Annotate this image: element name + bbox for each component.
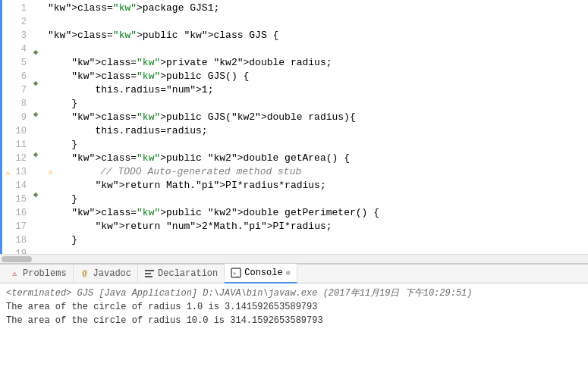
console-icon: >_ (231, 268, 241, 278)
code-container[interactable]: 1234567891011121314151617181920212223242… (0, 0, 588, 254)
svg-rect-2 (145, 276, 153, 277)
tab-console-label: Console (244, 268, 282, 278)
svg-text:>_: >_ (233, 271, 240, 277)
code-editor: 1234567891011121314151617181920212223242… (0, 0, 588, 264)
tab-javadoc-label: Javadoc (93, 268, 131, 279)
problems-icon: ⚠ (9, 268, 20, 279)
svg-rect-0 (145, 270, 154, 271)
console-close-area: ⊗ (286, 268, 291, 277)
gutter: ◆◆◆◆◆ (30, 0, 42, 254)
scrollbar-thumb[interactable] (2, 256, 32, 262)
bottom-tabs-bar: ⚠ Problems @ Javadoc Declaration >_ Cons… (0, 264, 588, 283)
tab-declaration-label: Declaration (158, 268, 218, 279)
tab-javadoc[interactable]: @ Javadoc (74, 264, 138, 283)
tab-problems-label: Problems (23, 268, 67, 279)
svg-rect-1 (145, 273, 151, 274)
console-area: <terminated> GJS [Java Application] D:\J… (0, 283, 588, 382)
horizontal-scrollbar[interactable] (0, 254, 588, 263)
tab-declaration[interactable]: Declaration (138, 264, 225, 283)
line-numbers: 1234567891011121314151617181920212223242… (2, 0, 30, 254)
tab-console[interactable]: >_ Console ⊗ (225, 264, 297, 283)
console-content: <terminated> GJS [Java Application] D:\J… (0, 283, 588, 382)
tab-problems[interactable]: ⚠ Problems (3, 264, 74, 283)
code-lines: "kw">class="kw">package GJS1;"kw">class=… (42, 0, 588, 254)
declaration-icon (144, 268, 155, 279)
javadoc-icon: @ (80, 268, 90, 279)
